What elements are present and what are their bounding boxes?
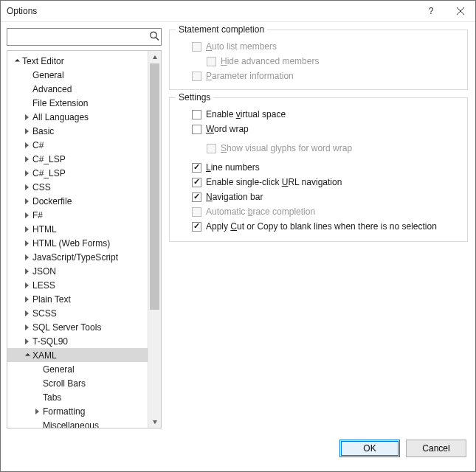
checkbox-icon[interactable] <box>192 125 201 134</box>
tree-item-label: C# <box>31 140 44 150</box>
tree-item-label: XAML <box>31 350 57 361</box>
chevron-right-icon[interactable] <box>22 224 31 235</box>
checkbox-label: Navigation bar <box>206 192 263 202</box>
chevron-right-icon[interactable] <box>22 196 31 206</box>
tree-item[interactable]: Advanced <box>7 82 148 96</box>
chevron-right-icon[interactable] <box>22 182 31 192</box>
checkbox-single-click-url-navigation[interactable]: Enable single-click URL navigation <box>177 175 460 190</box>
chevron-right-icon[interactable] <box>22 280 31 291</box>
chevron-right-icon[interactable] <box>22 126 31 136</box>
svg-marker-4 <box>153 55 157 59</box>
tree-item[interactable]: LESS <box>7 278 148 292</box>
tree-item[interactable]: SCSS <box>7 306 148 320</box>
tree-item-label: HTML <box>31 224 57 235</box>
tree-item-label: Plain Text <box>31 294 71 305</box>
tree-item[interactable]: Plain Text <box>7 292 148 306</box>
checkbox-label: Automatic brace completion <box>206 206 315 217</box>
group-legend: Statement completion <box>176 24 267 35</box>
tree-item[interactable]: Dockerfile <box>7 194 148 208</box>
tree-item[interactable]: Miscellaneous <box>7 418 148 428</box>
tree-item[interactable]: General <box>7 68 148 82</box>
tree-item[interactable]: Basic <box>7 124 148 138</box>
scroll-thumb[interactable] <box>150 63 159 310</box>
scroll-track[interactable] <box>148 63 161 415</box>
tree-item-label: HTML (Web Forms) <box>31 238 110 249</box>
checkbox-apply-cut-copy-blank-lines[interactable]: Apply Cut or Copy to blank lines when th… <box>177 219 460 234</box>
tree-item[interactable]: HTML (Web Forms) <box>7 236 148 250</box>
tree-item[interactable]: XAML <box>7 348 148 362</box>
tree-item[interactable]: HTML <box>7 222 148 236</box>
chevron-right-icon[interactable] <box>22 238 31 249</box>
checkbox-enable-virtual-space[interactable]: Enable virtual space <box>177 107 460 122</box>
window-title: Options <box>7 6 416 16</box>
tree-item[interactable]: All Languages <box>7 110 148 124</box>
chevron-down-icon[interactable] <box>12 56 21 66</box>
chevron-right-icon[interactable] <box>22 308 31 319</box>
category-tree[interactable]: Text EditorGeneralAdvancedFile Extension… <box>7 51 148 428</box>
chevron-right-icon[interactable] <box>22 252 31 263</box>
tree-item-label: Basic <box>31 126 54 136</box>
chevron-down-icon[interactable] <box>22 350 31 361</box>
group-statement-completion: Statement completion Auto list members H… <box>169 30 468 90</box>
tree-scrollbar[interactable] <box>148 51 161 428</box>
chevron-right-icon[interactable] <box>22 140 31 150</box>
tree-item-label: SCSS <box>31 308 57 319</box>
tree-item[interactable]: Tabs <box>7 390 148 404</box>
checkbox-icon[interactable] <box>192 163 201 173</box>
tree-item[interactable]: C#_LSP <box>7 166 148 180</box>
tree-item-label: F# <box>31 210 43 221</box>
tree-item[interactable]: C# <box>7 138 148 152</box>
checkbox-icon[interactable] <box>192 178 201 187</box>
checkbox-label: Apply Cut or Copy to blank lines when th… <box>206 221 437 232</box>
tree-item[interactable]: T-SQL90 <box>7 334 148 348</box>
tree-item[interactable]: F# <box>7 208 148 222</box>
search-icon[interactable] <box>149 31 159 44</box>
scroll-up-icon[interactable] <box>148 51 161 63</box>
chevron-right-icon[interactable] <box>22 154 31 164</box>
tree-item-label: JavaScript/TypeScript <box>31 252 118 263</box>
tree-item[interactable]: SQL Server Tools <box>7 320 148 334</box>
checkbox-show-visual-glyphs: Show visual glyphs for word wrap <box>177 141 460 156</box>
cancel-button[interactable]: Cancel <box>406 440 466 457</box>
tree-item-label: Scroll Bars <box>41 378 86 389</box>
checkbox-icon[interactable] <box>192 222 201 232</box>
tree-item[interactable]: General <box>7 362 148 376</box>
chevron-right-icon[interactable] <box>22 322 31 333</box>
tree-item-label: C#_LSP <box>31 154 66 164</box>
chevron-right-icon[interactable] <box>22 112 31 122</box>
close-button[interactable] <box>446 1 475 21</box>
tree-item[interactable]: File Extension <box>7 96 148 110</box>
tree-item-label: All Languages <box>31 112 89 122</box>
chevron-right-icon[interactable] <box>22 294 31 305</box>
tree-item[interactable]: Text Editor <box>7 54 148 68</box>
tree-item[interactable]: Scroll Bars <box>7 376 148 390</box>
checkbox-automatic-brace-completion: Automatic brace completion <box>177 204 460 219</box>
checkbox-label: Line numbers <box>206 162 260 173</box>
chevron-right-icon[interactable] <box>22 266 31 277</box>
checkbox-navigation-bar[interactable]: Navigation bar <box>177 190 460 204</box>
chevron-right-icon[interactable] <box>22 210 31 221</box>
tree-item-label: General <box>31 70 64 80</box>
checkbox-icon <box>192 72 201 81</box>
category-tree-container: Text EditorGeneralAdvancedFile Extension… <box>7 50 162 428</box>
tree-item[interactable]: JavaScript/TypeScript <box>7 250 148 264</box>
checkbox-word-wrap[interactable]: Word wrap <box>177 122 460 136</box>
tree-item[interactable]: C#_LSP <box>7 152 148 166</box>
checkbox-icon[interactable] <box>192 110 201 119</box>
search-input[interactable] <box>7 29 161 45</box>
tree-item[interactable]: Formatting <box>7 404 148 418</box>
chevron-right-icon[interactable] <box>22 168 31 178</box>
checkbox-line-numbers[interactable]: Line numbers <box>177 160 460 175</box>
group-legend: Settings <box>176 92 213 103</box>
tree-item-label: General <box>41 364 75 375</box>
scroll-down-icon[interactable] <box>148 415 161 428</box>
checkbox-hide-advanced-members: Hide advanced members <box>177 54 460 69</box>
help-button[interactable]: ? <box>416 1 446 21</box>
chevron-right-icon[interactable] <box>32 406 41 417</box>
checkbox-label: Parameter information <box>206 71 294 81</box>
ok-button[interactable]: OK <box>339 440 400 457</box>
tree-item[interactable]: CSS <box>7 180 148 194</box>
tree-item[interactable]: JSON <box>7 264 148 278</box>
chevron-right-icon[interactable] <box>22 336 31 347</box>
checkbox-icon[interactable] <box>192 192 201 202</box>
